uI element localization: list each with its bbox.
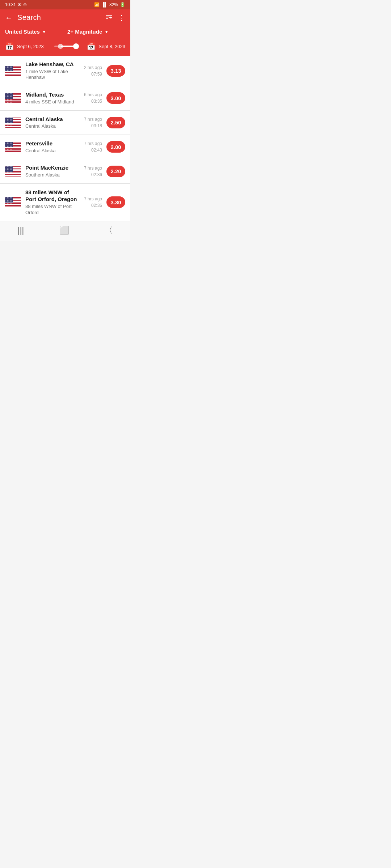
slider-thumb-left[interactable] <box>58 44 63 49</box>
status-bar: 10:31 ✉ ⊖ 📶 ▐▌ 82% 🔋 <box>0 0 130 9</box>
item-title: Lake Henshaw, CA <box>25 61 80 68</box>
item-title: Central Alaska <box>25 116 80 123</box>
time-value: 03:18 <box>84 123 102 129</box>
country-label: United States <box>5 29 40 35</box>
item-time: 2 hrs ago 07:59 <box>84 64 102 77</box>
item-title: Midland, Texas <box>25 91 80 98</box>
item-title: Point MacKenzie <box>25 164 80 171</box>
slider-thumb-right[interactable] <box>73 43 79 49</box>
header-actions: ⋮ <box>105 13 125 22</box>
header: ← Search ⋮ <box>0 9 130 26</box>
start-calendar-icon: 📅 <box>5 42 14 51</box>
flag-stars: ★★★★★★★★★★★★★★★★★★★★★★★★★★★★★★★★★★★★★★★★… <box>5 93 13 98</box>
end-date-item[interactable]: 📅 Sept 8, 2023 <box>87 42 125 51</box>
start-date-label: Sept 6, 2023 <box>17 44 44 49</box>
item-info: Lake Henshaw, CA 1 mile WSW of Lake Hens… <box>25 61 80 81</box>
flag-stars: ★★★★★★★★★★★★★★★★★★★★★★★★★★★★★★★★★★★★★★★★… <box>5 166 13 172</box>
list-item[interactable]: ★★★★★★★★★★★★★★★★★★★★★★★★★★★★★★★★★★★★★★★★… <box>0 86 130 110</box>
item-time: 7 hrs ago 03:18 <box>84 116 102 129</box>
country-filter[interactable]: United States ▼ <box>5 29 63 35</box>
item-subtitle: Central Alaska <box>25 123 80 129</box>
battery-display: 82% <box>109 2 118 7</box>
list-item[interactable]: ★★★★★★★★★★★★★★★★★★★★★★★★★★★★★★★★★★★★★★★★… <box>0 135 130 159</box>
item-subtitle: Central Alaska <box>25 148 80 154</box>
time-ago: 7 hrs ago <box>84 116 102 123</box>
nav-bar: ||| ⬜ 〈 <box>0 221 130 241</box>
date-range: 📅 Sept 6, 2023 📅 Sept 8, 2023 <box>0 39 130 56</box>
magnitude-badge: 3.00 <box>106 92 125 104</box>
list-item[interactable]: ★★★★★★★★★★★★★★★★★★★★★★★★★★★★★★★★★★★★★★★★… <box>0 184 130 221</box>
us-flag: ★★★★★★★★★★★★★★★★★★★★★★★★★★★★★★★★★★★★★★★★… <box>5 93 21 103</box>
time-value: 03:35 <box>84 98 102 105</box>
more-button[interactable]: ⋮ <box>118 14 125 21</box>
time-ago: 6 hrs ago <box>84 92 102 98</box>
time-ago: 7 hrs ago <box>84 165 102 171</box>
time-ago: 2 hrs ago <box>84 64 102 71</box>
item-time: 6 hrs ago 03:35 <box>84 92 102 105</box>
time-value: 02:36 <box>84 171 102 178</box>
item-subtitle: 4 miles SSE of Midland <box>25 99 80 105</box>
time-display: 10:31 <box>5 2 16 7</box>
item-time: 7 hrs ago 02:36 <box>84 165 102 178</box>
list-item[interactable]: ★★★★★★★★★★★★★★★★★★★★★★★★★★★★★★★★★★★★★★★★… <box>0 111 130 135</box>
flag-stars: ★★★★★★★★★★★★★★★★★★★★★★★★★★★★★★★★★★★★★★★★… <box>5 142 13 147</box>
nav-menu-icon[interactable]: ||| <box>18 226 24 235</box>
item-info: Point MacKenzie Southern Alaska <box>25 164 80 178</box>
time-ago: 7 hrs ago <box>84 196 102 202</box>
slider-track <box>54 46 76 47</box>
date-slider[interactable] <box>44 46 87 47</box>
us-flag: ★★★★★★★★★★★★★★★★★★★★★★★★★★★★★★★★★★★★★★★★… <box>5 166 21 176</box>
email-icon: ✉ <box>18 2 21 7</box>
item-subtitle: Southern Alaska <box>25 172 80 178</box>
magnitude-badge: 2.20 <box>106 166 125 177</box>
item-info: Midland, Texas 4 miles SSE of Midland <box>25 91 80 105</box>
item-title: 88 miles WNW of Port Orford, Oregon <box>25 189 80 203</box>
magnitude-badge: 3.30 <box>106 196 125 208</box>
status-right: 📶 ▐▌ 82% 🔋 <box>94 2 125 7</box>
end-calendar-icon: 📅 <box>87 42 96 51</box>
back-button[interactable]: ← <box>5 14 12 21</box>
earthquake-list: ★★★★★★★★★★★★★★★★★★★★★★★★★★★★★★★★★★★★★★★★… <box>0 56 130 221</box>
item-subtitle: 88 miles WNW of Port Orford <box>25 204 80 216</box>
item-info: 88 miles WNW of Port Orford, Oregon 88 m… <box>25 189 80 216</box>
item-subtitle: 1 mile WSW of Lake Henshaw <box>25 69 80 81</box>
time-value: 02:43 <box>84 147 102 153</box>
time-value: 02:36 <box>84 202 102 209</box>
item-title: Petersville <box>25 140 80 147</box>
us-flag: ★★★★★★★★★★★★★★★★★★★★★★★★★★★★★★★★★★★★★★★★… <box>5 197 21 207</box>
nav-home-icon[interactable]: ⬜ <box>59 226 69 235</box>
status-left: 10:31 ✉ ⊖ <box>5 2 27 7</box>
us-flag: ★★★★★★★★★★★★★★★★★★★★★★★★★★★★★★★★★★★★★★★★… <box>5 142 21 152</box>
list-item[interactable]: ★★★★★★★★★★★★★★★★★★★★★★★★★★★★★★★★★★★★★★★★… <box>0 56 130 86</box>
item-info: Petersville Central Alaska <box>25 140 80 154</box>
dnd-icon: ⊖ <box>23 2 27 7</box>
item-info: Central Alaska Central Alaska <box>25 116 80 129</box>
sort-button[interactable] <box>105 13 113 22</box>
magnitude-filter[interactable]: 2+ Magnitude ▼ <box>67 29 125 35</box>
item-time: 7 hrs ago 02:36 <box>84 196 102 209</box>
time-ago: 7 hrs ago <box>84 140 102 147</box>
wifi-icon: 📶 <box>94 2 100 7</box>
us-flag: ★★★★★★★★★★★★★★★★★★★★★★★★★★★★★★★★★★★★★★★★… <box>5 66 21 76</box>
magnitude-arrow: ▼ <box>104 29 109 34</box>
magnitude-badge: 2.00 <box>106 141 125 153</box>
flag-stars: ★★★★★★★★★★★★★★★★★★★★★★★★★★★★★★★★★★★★★★★★… <box>5 118 13 123</box>
time-value: 07:59 <box>84 71 102 77</box>
list-item[interactable]: ★★★★★★★★★★★★★★★★★★★★★★★★★★★★★★★★★★★★★★★★… <box>0 159 130 183</box>
battery-icon: 🔋 <box>120 2 125 7</box>
item-time: 7 hrs ago 02:43 <box>84 140 102 153</box>
country-arrow: ▼ <box>42 29 46 34</box>
page-title: Search <box>17 13 100 22</box>
signal-icon: ▐▌ <box>101 2 108 7</box>
flag-stars: ★★★★★★★★★★★★★★★★★★★★★★★★★★★★★★★★★★★★★★★★… <box>5 66 13 71</box>
start-date-item[interactable]: 📅 Sept 6, 2023 <box>5 42 44 51</box>
us-flag: ★★★★★★★★★★★★★★★★★★★★★★★★★★★★★★★★★★★★★★★★… <box>5 118 21 128</box>
nav-back-icon[interactable]: 〈 <box>105 225 113 236</box>
magnitude-label: 2+ Magnitude <box>67 29 102 35</box>
end-date-label: Sept 8, 2023 <box>98 44 125 49</box>
flag-stars: ★★★★★★★★★★★★★★★★★★★★★★★★★★★★★★★★★★★★★★★★… <box>5 197 13 203</box>
magnitude-badge: 2.50 <box>106 117 125 128</box>
magnitude-badge: 3.13 <box>106 65 125 77</box>
filter-row: United States ▼ 2+ Magnitude ▼ <box>0 26 130 39</box>
